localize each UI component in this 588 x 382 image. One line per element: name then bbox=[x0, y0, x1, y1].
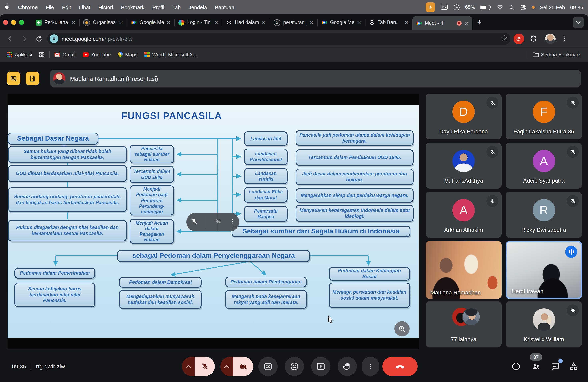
slide-box: Sebagai Dasar Negara bbox=[8, 133, 98, 145]
participant-tile[interactable]: A Arkhan Alhakim bbox=[426, 192, 502, 238]
mic-muted-icon bbox=[486, 146, 498, 158]
tab-search-chevron-button[interactable] bbox=[573, 17, 584, 28]
menu-bantuan[interactable]: Bantuan bbox=[211, 4, 238, 10]
present-screen-button[interactable] bbox=[311, 357, 330, 376]
apple-menu-icon[interactable] bbox=[0, 3, 14, 11]
adblock-extension-icon[interactable] bbox=[513, 33, 525, 45]
overflow-participants-tile[interactable]: 77 lainnya bbox=[426, 301, 502, 347]
menu-lihat[interactable]: Lihat bbox=[75, 4, 94, 10]
tab-tab-baru[interactable]: Tab Baru✕ bbox=[365, 14, 412, 30]
close-tab-icon[interactable]: ✕ bbox=[357, 19, 361, 25]
presentation-off-button[interactable] bbox=[7, 72, 21, 85]
presenter-banner[interactable]: Maulana Ramadhan (Presentasi) bbox=[50, 70, 581, 87]
participant-tile[interactable]: A Adeib Syahputra bbox=[505, 143, 582, 189]
profile-avatar[interactable] bbox=[545, 33, 556, 45]
chat-button[interactable] bbox=[550, 362, 560, 371]
forward-icon[interactable] bbox=[18, 33, 30, 45]
tab-login-tinkercad[interactable]: Login - Tink✕ bbox=[175, 14, 222, 30]
new-tab-button[interactable]: + bbox=[472, 18, 486, 27]
address-bar[interactable]: meet.google.com/rfg-qwfr-ziw bbox=[47, 33, 510, 45]
menubar-app-name[interactable]: Chrome bbox=[14, 4, 42, 10]
menu-jendela[interactable]: Jendela bbox=[185, 4, 211, 10]
unpin-icon[interactable] bbox=[190, 218, 198, 226]
play-circle-icon[interactable] bbox=[453, 4, 460, 11]
mic-muted-icon bbox=[567, 195, 579, 207]
close-tab-icon[interactable]: ✕ bbox=[119, 19, 123, 25]
back-icon[interactable] bbox=[4, 33, 16, 45]
participant-tile-video[interactable]: Maulana Ramadhan bbox=[426, 241, 502, 299]
activities-button[interactable] bbox=[569, 362, 578, 371]
tile-more-options-icon[interactable] bbox=[230, 218, 235, 226]
close-tab-icon[interactable]: ✕ bbox=[167, 19, 171, 25]
minimize-window-button[interactable] bbox=[11, 20, 16, 25]
captions-button[interactable]: CC bbox=[258, 357, 278, 376]
close-window-button[interactable] bbox=[3, 20, 8, 25]
meeting-details-button[interactable] bbox=[511, 362, 521, 371]
participant-name: M. FarisAdithya bbox=[426, 177, 502, 184]
bookmark-aplikasi[interactable]: Aplikasi bbox=[5, 52, 34, 57]
bookmark-word[interactable]: Word | Microsoft 3… bbox=[142, 52, 200, 57]
close-tab-icon[interactable]: ✕ bbox=[71, 19, 76, 25]
participant-tile[interactable]: F Faqih Lakaisha Putra 36 bbox=[505, 94, 582, 139]
end-call-button[interactable] bbox=[382, 357, 418, 376]
wifi-icon[interactable] bbox=[496, 4, 504, 10]
menubar-time[interactable]: 09.36 bbox=[570, 4, 583, 10]
tab-had-dalam[interactable]: Had dalam k✕ bbox=[222, 14, 270, 30]
url-text[interactable]: meet.google.com/rfg-qwfr-ziw bbox=[62, 36, 498, 42]
raise-hand-button[interactable] bbox=[337, 357, 357, 376]
leave-door-button[interactable] bbox=[26, 72, 39, 85]
close-tab-icon[interactable]: ✕ bbox=[404, 19, 409, 25]
more-options-button[interactable] bbox=[362, 357, 379, 376]
people-button[interactable] bbox=[531, 362, 541, 371]
camera-options-chevron-icon[interactable] bbox=[220, 357, 233, 376]
tab-perkuliahan[interactable]: Perkuliahan2✕ bbox=[32, 14, 79, 30]
bookmark-gmail[interactable]: Gmail bbox=[52, 52, 78, 57]
participant-tile-video-speaking[interactable]: Herdi Irawan bbox=[505, 241, 582, 299]
menu-tab[interactable]: Tab bbox=[168, 4, 185, 10]
tab-google-meet-2[interactable]: Google Mee✕ bbox=[318, 14, 365, 30]
mic-control[interactable] bbox=[182, 357, 215, 376]
mic-muted-icon bbox=[567, 305, 579, 316]
mic-off-icon[interactable] bbox=[195, 357, 215, 376]
extensions-puzzle-icon[interactable] bbox=[527, 33, 539, 45]
tab-peraturan[interactable]: G peraturan pu✕ bbox=[270, 14, 317, 30]
menubar-date[interactable]: Sel 25 Feb bbox=[540, 4, 565, 10]
bookmark-maps[interactable]: Maps bbox=[116, 52, 140, 57]
reactions-button[interactable] bbox=[285, 357, 304, 376]
reload-icon[interactable] bbox=[33, 33, 45, 45]
camera-control[interactable] bbox=[220, 357, 253, 376]
apps-grid-icon[interactable] bbox=[37, 52, 47, 57]
participant-tile[interactable]: R Rizky Dwi saputra bbox=[505, 192, 582, 238]
slide-title: FUNGSI PANCASILA bbox=[108, 110, 236, 121]
participant-tile[interactable]: Krisvelix William bbox=[505, 301, 582, 347]
all-bookmarks-button[interactable]: Semua Bookmark bbox=[524, 51, 583, 58]
screen-mirroring-icon[interactable] bbox=[440, 4, 448, 10]
tab-organisasi[interactable]: OrganisasiD✕ bbox=[80, 14, 127, 30]
menu-bookmark[interactable]: Bookmark bbox=[117, 4, 148, 10]
close-tab-icon[interactable]: ✕ bbox=[214, 19, 218, 25]
tab-mic-indicator-icon[interactable] bbox=[50, 34, 58, 43]
close-tab-icon[interactable]: ✕ bbox=[262, 19, 266, 25]
tab-meet-active[interactable]: Meet - rf ✕ bbox=[412, 16, 472, 30]
zoom-slide-button[interactable] bbox=[394, 321, 410, 336]
bookmark-star-icon[interactable] bbox=[501, 34, 508, 43]
menu-edit[interactable]: Edit bbox=[58, 4, 75, 10]
menu-histori[interactable]: Histori bbox=[94, 4, 117, 10]
close-tab-icon[interactable]: ✕ bbox=[309, 19, 314, 25]
close-tab-icon[interactable]: ✕ bbox=[464, 20, 469, 26]
audio-muted-icon[interactable] bbox=[214, 218, 221, 226]
participant-name: Krisvelix William bbox=[505, 336, 582, 343]
zoom-window-button[interactable] bbox=[19, 20, 24, 25]
mic-options-chevron-icon[interactable] bbox=[182, 357, 195, 376]
camera-off-icon[interactable] bbox=[233, 357, 253, 376]
browser-menu-kebab-icon[interactable] bbox=[559, 33, 571, 45]
participant-tile[interactable]: M. FarisAdithya bbox=[426, 143, 502, 189]
mic-active-icon[interactable] bbox=[425, 2, 435, 12]
tab-google-meet-1[interactable]: Google Mee✕ bbox=[127, 14, 174, 30]
control-center-icon[interactable] bbox=[520, 4, 526, 10]
search-icon[interactable] bbox=[509, 4, 515, 10]
bookmark-youtube[interactable]: YouTube bbox=[80, 52, 113, 57]
menu-file[interactable]: File bbox=[42, 4, 58, 10]
menu-profil[interactable]: Profil bbox=[148, 4, 168, 10]
participant-tile[interactable]: D Dayu Rika Perdana bbox=[426, 94, 502, 139]
